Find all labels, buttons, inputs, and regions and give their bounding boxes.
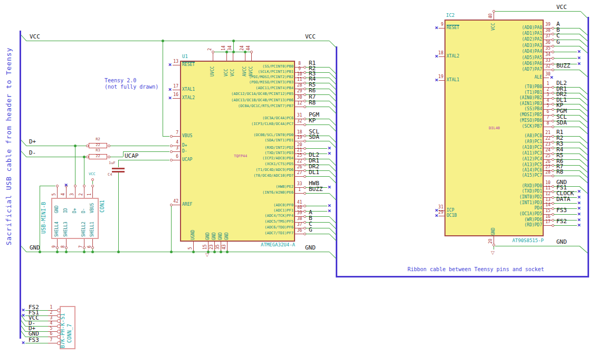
pin-name: (TXD/INT3)PD3 — [264, 151, 293, 155]
pin-number: 2 — [79, 193, 83, 196]
pin-number: 30 — [295, 95, 304, 100]
pin-number: 42 — [173, 199, 178, 204]
bus-entry — [580, 136, 588, 143]
pin-stub — [173, 151, 180, 152]
pin-number: 22 — [295, 159, 304, 164]
junction-dot — [83, 156, 86, 158]
con1-value: USB-MINI-B — [41, 202, 46, 234]
pin-number: 25 — [295, 154, 304, 158]
connector-pad-circle — [57, 330, 61, 333]
pin-stub — [173, 136, 180, 137]
wire — [40, 186, 55, 186]
pin-number: 33 — [544, 59, 552, 63]
pin-name: GND — [206, 233, 210, 240]
ic2-value: AT90S8515-P — [512, 238, 544, 243]
pin-stub — [173, 90, 180, 90]
pin-number: 28 — [295, 83, 304, 88]
pin-stub — [494, 12, 494, 20]
pin-name: (AD7)PA7 — [522, 68, 542, 72]
junction-dot — [162, 40, 164, 42]
wire — [109, 157, 123, 157]
pin-name: (T0/OC4D/ADC10)PD7 — [253, 174, 293, 178]
pin-name: D- — [182, 149, 187, 154]
pin-stub — [84, 187, 84, 198]
pin-number: 14 — [222, 45, 226, 51]
pin-number: 1 — [295, 188, 304, 192]
pin-number: 39 — [544, 23, 552, 27]
pin-number: 29 — [295, 89, 304, 93]
pin-name: D+ — [182, 143, 187, 148]
pin-number: 34 — [228, 45, 232, 51]
pin-stub — [173, 205, 180, 205]
pin-number: 24 — [544, 148, 552, 152]
pin-number: 23 — [210, 244, 214, 250]
wire — [494, 246, 494, 250]
pin-number: 14 — [544, 203, 552, 207]
wire — [306, 206, 327, 206]
pin-end-circle — [170, 150, 173, 153]
pin-number: 20 — [295, 143, 304, 147]
pin-stub — [48, 343, 57, 343]
pin-name: AREF — [182, 203, 192, 207]
left-usb-bus — [20, 31, 21, 339]
pin-name: VBUS — [90, 203, 94, 213]
u1-reference: U1 — [182, 54, 188, 59]
pin-stub — [544, 127, 552, 127]
pin-stub — [66, 239, 67, 247]
connector-pad-circle — [57, 314, 61, 318]
pin-name: (ADC4/TCK)PF4 — [264, 214, 293, 218]
no-connect-x: × — [577, 49, 581, 54]
pin-number: 11 — [295, 78, 304, 82]
pin-name: ALE — [535, 75, 542, 80]
net-label: R8 — [309, 100, 316, 106]
pin-number: 5 — [544, 104, 552, 108]
net-label: DATA — [556, 196, 571, 202]
pin-name: (A10)PC2 — [522, 146, 542, 150]
junction-dot — [170, 251, 173, 253]
pin-name: (ADC6/TDO)PF6 — [264, 226, 293, 229]
pin-name: (ADC11/PCINT4)PB4 — [255, 87, 293, 90]
gnd-label-right: GND — [305, 245, 316, 251]
pin-stub — [66, 187, 67, 198]
wire — [306, 234, 329, 234]
pin-name: OC1B — [447, 214, 457, 218]
wire — [123, 151, 124, 157]
pin-number: 35 — [216, 244, 220, 250]
wire — [306, 148, 327, 149]
junction-dot — [225, 51, 228, 53]
pin-number: 37 — [295, 223, 304, 227]
pin-name: SHELL2 — [82, 222, 86, 237]
pin-number: 40 — [489, 13, 493, 18]
pin-name: SHELL3 — [64, 222, 68, 237]
pin-name: PD4 — [535, 206, 542, 210]
pin-stub — [75, 187, 75, 198]
pin-number: 18 — [295, 130, 304, 135]
wire — [26, 41, 329, 41]
bus-entry — [21, 246, 27, 252]
pin-name: (A9)PC1 — [524, 140, 542, 144]
net-label: BUZZ — [556, 63, 571, 69]
bus-entry — [580, 246, 588, 253]
conn7-reference: CONN_7 — [67, 324, 72, 343]
pin-name: (PDO/MISO/PCINT3)PB3 — [249, 81, 293, 84]
pin-stub — [57, 187, 58, 198]
pin-stub — [439, 80, 444, 81]
pin-number: 3 — [544, 93, 552, 97]
bus-entry — [329, 41, 337, 48]
wire — [306, 124, 329, 125]
wire — [554, 46, 580, 46]
no-connect-x: × — [327, 208, 331, 214]
junction-dot — [244, 51, 247, 53]
pin-name: RESET — [182, 63, 195, 67]
pin-number: 29 — [438, 210, 443, 215]
pin-number: 38 — [295, 217, 304, 221]
pin-end-circle — [56, 185, 59, 187]
pin-name: GND — [225, 233, 229, 240]
junction-dot — [232, 51, 235, 53]
pin-number: 6 — [88, 245, 92, 248]
gnd-label-ic2: GND — [556, 239, 567, 245]
left-bus-note: Sacrificial USB cable from header to Tee… — [5, 47, 12, 245]
vcc-power-symbol-label: VCC — [89, 173, 96, 176]
no-connect-x: × — [549, 74, 554, 80]
pin-number: 1 — [88, 193, 92, 196]
